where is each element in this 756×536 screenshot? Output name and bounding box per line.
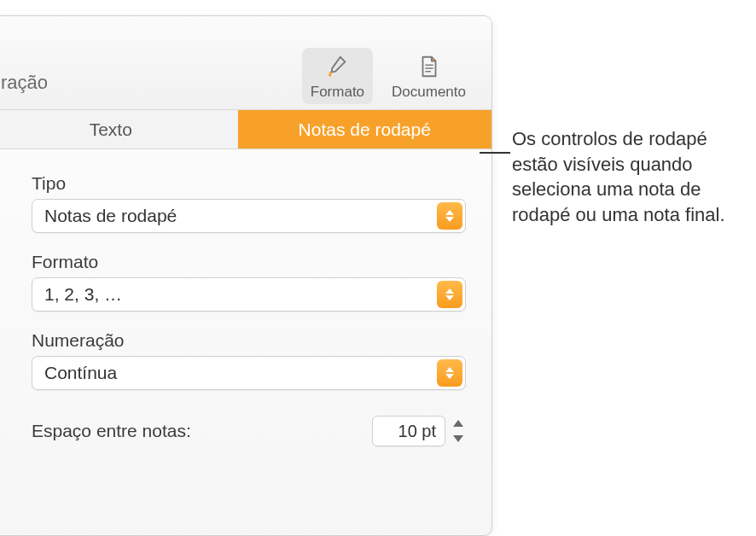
stepper-down-button[interactable]	[451, 433, 466, 445]
numbering-select-value: Contínua	[44, 363, 117, 383]
type-select-value: Notas de rodapé	[44, 206, 177, 226]
document-toolbar-button[interactable]: Documento	[383, 48, 474, 104]
chevron-down-icon	[453, 435, 463, 442]
format-toolbar-button[interactable]: Formato	[302, 48, 373, 104]
updown-icon	[437, 202, 462, 230]
stepper-arrows	[451, 417, 466, 445]
spacing-label: Espaço entre notas:	[32, 421, 191, 441]
toolbar-buttons: Formato Documento	[302, 48, 474, 104]
spacing-value-field[interactable]: 10 pt	[372, 416, 445, 446]
inspector-tabs: Texto Notas de rodapé	[0, 110, 491, 149]
document-toolbar-label: Documento	[392, 84, 466, 101]
format-label: Formato	[32, 252, 466, 272]
stepper-up-button[interactable]	[451, 417, 466, 429]
format-select[interactable]: 1, 2, 3, …	[32, 277, 466, 312]
tab-footnotes[interactable]: Notas de rodapé	[238, 110, 492, 149]
tab-text[interactable]: Texto	[0, 110, 238, 149]
numbering-field-group: Numeração Contínua	[32, 330, 466, 390]
format-select-value: 1, 2, 3, …	[44, 284, 122, 305]
chevron-up-icon	[453, 420, 463, 427]
updown-icon	[437, 281, 462, 308]
footnotes-panel: Tipo Notas de rodapé Formato 1, 2, 3, … …	[0, 149, 491, 463]
toolbar: ração Formato Documento	[0, 16, 491, 110]
numbering-label: Numeração	[32, 330, 466, 351]
numbering-select[interactable]: Contínua	[32, 356, 466, 390]
inspector-window: ração Formato Documento Texto Notas de r…	[0, 15, 492, 536]
format-field-group: Formato 1, 2, 3, …	[32, 252, 466, 312]
type-field-group: Tipo Notas de rodapé	[32, 173, 466, 233]
format-toolbar-label: Formato	[311, 84, 364, 101]
callout-leader-line	[480, 152, 510, 154]
updown-icon	[437, 359, 462, 387]
type-select[interactable]: Notas de rodapé	[32, 199, 466, 233]
paintbrush-icon	[323, 53, 352, 80]
spacing-stepper: 10 pt	[372, 416, 466, 446]
document-icon	[415, 53, 444, 80]
spacing-row: Espaço entre notas: 10 pt	[32, 416, 466, 446]
callout-text: Os controlos de rodapé estão visíveis qu…	[512, 126, 751, 228]
toolbar-left-fragment: ração	[1, 72, 48, 94]
type-label: Tipo	[32, 173, 466, 194]
